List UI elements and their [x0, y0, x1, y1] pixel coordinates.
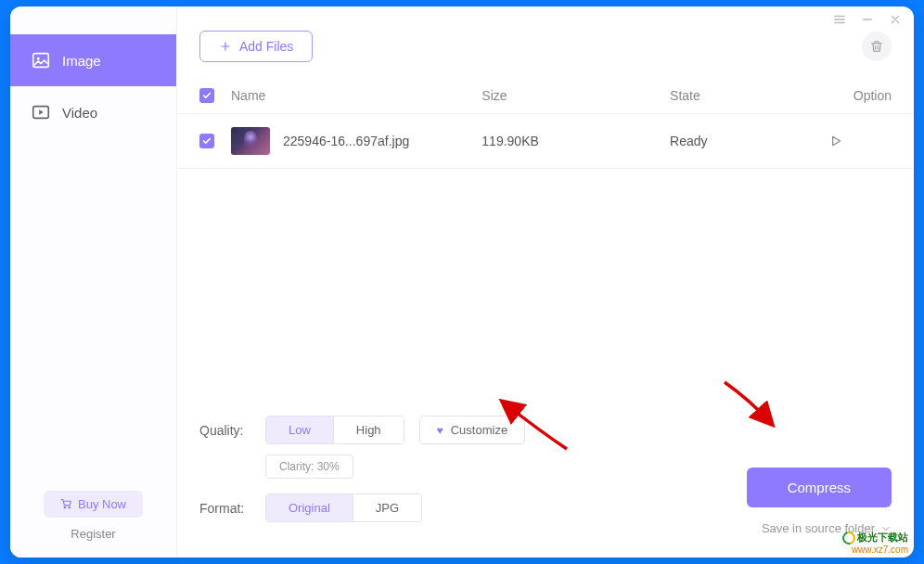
column-header-state: State	[670, 88, 827, 103]
row-action-button[interactable]	[827, 132, 845, 150]
play-icon	[828, 134, 843, 148]
format-original-button[interactable]: Original	[266, 494, 353, 521]
row-checkbox[interactable]	[199, 134, 214, 148]
quality-row: Quality: Low High ♥ Customize	[199, 416, 892, 444]
sidebar-item-label: Video	[62, 105, 97, 121]
quality-low-button[interactable]: Low	[266, 417, 333, 443]
customize-button[interactable]: ♥ Customize	[419, 416, 526, 444]
customize-label: Customize	[451, 423, 507, 437]
watermark-text-top: 极光下载站	[857, 532, 908, 544]
file-thumbnail	[231, 127, 270, 155]
add-files-label: Add Files	[239, 39, 293, 54]
bottom-controls: Quality: Low High ♥ Customize Clarity: 3…	[177, 416, 914, 558]
check-icon	[202, 91, 212, 100]
svg-point-1	[37, 58, 40, 60]
column-header-size: Size	[481, 88, 670, 103]
file-state: Ready	[670, 134, 827, 148]
sidebar: Image Video Buy Now Register	[10, 6, 177, 558]
format-label: Format:	[199, 501, 250, 516]
sidebar-item-image[interactable]: Image	[10, 34, 176, 86]
format-segment: Original JPG	[265, 494, 422, 522]
heart-icon: ♥	[437, 424, 443, 437]
quality-high-button[interactable]: High	[333, 417, 404, 443]
check-icon	[202, 136, 212, 146]
app-window: Image Video Buy Now Register Add Files	[10, 6, 914, 558]
column-header-option: Option	[827, 88, 892, 103]
add-files-button[interactable]: Add Files	[199, 31, 313, 62]
plus-icon	[219, 40, 232, 53]
toolbar: Add Files	[177, 6, 914, 79]
image-icon	[31, 50, 51, 70]
register-link[interactable]: Register	[71, 527, 115, 541]
sidebar-item-video[interactable]: Video	[10, 86, 176, 138]
format-jpg-button[interactable]: JPG	[353, 494, 421, 521]
quality-segment: Low High	[265, 416, 404, 444]
buy-now-label: Buy Now	[78, 497, 126, 511]
trash-icon	[869, 39, 884, 54]
video-icon	[31, 102, 51, 122]
select-all-checkbox[interactable]	[199, 88, 214, 103]
file-name: 225946-16...697af.jpg	[283, 134, 409, 148]
clarity-value: Clarity: 30%	[265, 455, 353, 479]
buy-now-button[interactable]: Buy Now	[44, 491, 143, 518]
table-header: Name Size State Option	[177, 79, 914, 113]
sidebar-bottom: Buy Now Register	[10, 491, 176, 558]
quality-label: Quality:	[199, 423, 250, 438]
svg-rect-0	[33, 54, 49, 68]
cart-icon	[60, 498, 72, 510]
sidebar-item-label: Image	[62, 53, 101, 69]
file-size: 119.90KB	[481, 134, 670, 148]
table-row[interactable]: 225946-16...697af.jpg 119.90KB Ready	[177, 113, 914, 169]
column-header-name: Name	[231, 88, 481, 103]
watermark-text-bottom: www.xz7.com	[842, 545, 908, 556]
delete-all-button[interactable]	[862, 32, 892, 61]
watermark: 极光下载站 www.xz7.com	[842, 532, 908, 556]
compress-button[interactable]: Compress	[747, 468, 892, 507]
main-panel: Add Files Name Size State Option	[177, 6, 914, 558]
